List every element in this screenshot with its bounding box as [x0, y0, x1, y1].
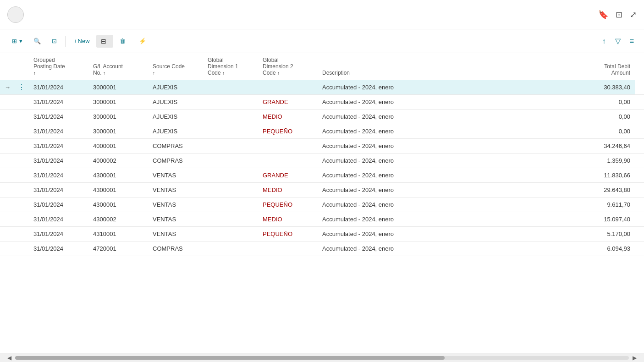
cell-dim2: PEQUEÑO	[258, 197, 318, 212]
cell-dim2	[258, 241, 318, 256]
cell-total-debit: 6.094,93	[571, 241, 635, 256]
cell-posting-date: 31/01/2024	[29, 212, 88, 227]
table-row[interactable]: 31/01/20244300001VENTASMEDIOAccumulated …	[0, 183, 644, 197]
cell-posting-date: 31/01/2024	[29, 168, 88, 183]
new-button[interactable]: + New	[69, 35, 94, 47]
lightning-icon: ⚡	[139, 38, 146, 44]
cell-source-code: VENTAS	[148, 227, 203, 241]
row-menu-cell	[15, 241, 29, 256]
table-row[interactable]: 31/01/20244310001VENTASPEQUEÑOAccumulate…	[0, 227, 644, 241]
cell-gl-account: 4000002	[88, 154, 148, 168]
sort-arrow-gl: ↑	[103, 71, 105, 76]
cell-source-code: AJUEXIS	[148, 80, 203, 95]
search-button[interactable]: 🔍	[29, 35, 45, 47]
cell-dim2: GRANDE	[258, 95, 318, 110]
row-arrow-indicator	[0, 124, 15, 139]
row-menu-cell	[15, 139, 29, 154]
cell-gl-account: 3000001	[88, 80, 148, 95]
edit-list-button[interactable]: ⊟	[96, 35, 113, 48]
cell-source-code: VENTAS	[148, 197, 203, 212]
cell-posting-date: 31/01/2024	[29, 183, 88, 197]
columns-button[interactable]: ≡	[627, 34, 637, 48]
view-toggle-button[interactable]: ⊞ ▾	[7, 35, 27, 47]
table-container: GroupedPosting Date↑ G/L AccountNo. ↑ So…	[0, 53, 644, 353]
cell-total-debit: 0,00	[571, 124, 635, 139]
cell-total-debit: 29.643,80	[571, 183, 635, 197]
trash-icon: 🗑	[120, 38, 126, 44]
col-posting-date[interactable]: GroupedPosting Date↑	[29, 53, 88, 80]
table-row[interactable]: 31/01/20244300001VENTASGRANDEAccumulated…	[0, 168, 644, 183]
col-source-code[interactable]: Source Code↑	[148, 53, 203, 80]
delete-button[interactable]: 🗑	[115, 35, 132, 47]
layout-button[interactable]: ⊡	[47, 35, 61, 47]
table-row[interactable]: 31/01/20244300001VENTASPEQUEÑOAccumulate…	[0, 197, 644, 212]
row-context-menu-button[interactable]: ⋮	[16, 82, 27, 93]
row-menu-cell	[15, 227, 29, 241]
plus-icon: +	[74, 38, 77, 44]
table-body: →⋮31/01/20243000001AJUEXISAccumulated - …	[0, 80, 644, 256]
edit-list-icon: ⊟	[101, 38, 106, 45]
data-table: GroupedPosting Date↑ G/L AccountNo. ↑ So…	[0, 53, 644, 256]
sort-arrow-src: ↑	[153, 71, 155, 76]
regenerate-button[interactable]: ⚡	[134, 35, 153, 47]
cell-source-code: COMPRAS	[148, 154, 203, 168]
table-row[interactable]: 31/01/20244300002VENTASMEDIOAccumulated …	[0, 212, 644, 227]
separator-1	[65, 36, 66, 47]
scroll-right-button[interactable]: ▶	[633, 355, 637, 361]
table-row[interactable]: 31/01/20244000002COMPRASAccumulated - 20…	[0, 154, 644, 168]
layout-icon: ⊡	[52, 38, 57, 44]
cell-posting-date: 31/01/2024	[29, 227, 88, 241]
row-arrow-indicator	[0, 95, 15, 110]
cell-total-debit: 0,00	[571, 110, 635, 124]
bookmark-icon[interactable]: 🔖	[598, 10, 608, 20]
expand-icon[interactable]: ⤢	[630, 10, 637, 20]
cell-total-debit: 15.097,40	[571, 212, 635, 227]
cell-posting-date: 31/01/2024	[29, 241, 88, 256]
external-link-icon[interactable]: ⊡	[616, 10, 622, 20]
table-row[interactable]: 31/01/20243000001AJUEXISMEDIOAccumulated…	[0, 110, 644, 124]
header: 🔖 ⊡ ⤢	[0, 0, 644, 29]
col-dim2[interactable]: GlobalDimension 2Code ↑	[258, 53, 318, 80]
cell-posting-date: 31/01/2024	[29, 139, 88, 154]
cell-description: Accumulated - 2024, enero	[318, 95, 571, 110]
row-arrow-indicator	[0, 154, 15, 168]
table-row[interactable]: 31/01/20243000001AJUEXISPEQUEÑOAccumulat…	[0, 124, 644, 139]
cell-dim1	[203, 80, 258, 95]
col-dim1[interactable]: GlobalDimension 1Code ↑	[203, 53, 258, 80]
cell-description: Accumulated - 2024, enero	[318, 212, 571, 227]
scroll-thumb[interactable]	[15, 356, 445, 360]
horizontal-scrollbar[interactable]: ◀ ▶	[0, 353, 644, 362]
share-button[interactable]: ↑	[600, 34, 609, 48]
cell-description: Accumulated - 2024, enero	[318, 139, 571, 154]
cell-posting-date: 31/01/2024	[29, 80, 88, 95]
table-row[interactable]: 31/01/20244000001COMPRASAccumulated - 20…	[0, 139, 644, 154]
row-arrow-indicator	[0, 183, 15, 197]
cell-dim2: MEDIO	[258, 183, 318, 197]
cell-dim1	[203, 168, 258, 183]
scroll-left-button[interactable]: ◀	[7, 355, 11, 361]
row-arrow-indicator	[0, 110, 15, 124]
cell-source-code: AJUEXIS	[148, 124, 203, 139]
cell-source-code: VENTAS	[148, 212, 203, 227]
filter-icon: ▽	[615, 37, 621, 45]
cell-posting-date: 31/01/2024	[29, 110, 88, 124]
cell-dim2: PEQUEÑO	[258, 124, 318, 139]
table-row[interactable]: 31/01/20243000001AJUEXISGRANDEAccumulate…	[0, 95, 644, 110]
cell-gl-account: 4300001	[88, 197, 148, 212]
back-button[interactable]	[7, 6, 24, 23]
table-row[interactable]: 31/01/20244720001COMPRASAccumulated - 20…	[0, 241, 644, 256]
col-gl-account[interactable]: G/L AccountNo. ↑	[88, 53, 148, 80]
cell-description: Accumulated - 2024, enero	[318, 183, 571, 197]
row-menu-cell	[15, 95, 29, 110]
filter-button[interactable]: ▽	[612, 34, 623, 48]
row-menu-cell: ⋮	[15, 80, 29, 95]
more-button[interactable]	[155, 38, 164, 44]
cell-dim2: MEDIO	[258, 212, 318, 227]
cell-total-debit: 30.383,40	[571, 80, 635, 95]
cell-total-debit: 0,00	[571, 95, 635, 110]
table-row[interactable]: →⋮31/01/20243000001AJUEXISAccumulated - …	[0, 80, 644, 95]
col-total-debit: Total DebitAmount	[571, 53, 635, 80]
cell-posting-date: 31/01/2024	[29, 154, 88, 168]
scroll-track[interactable]	[15, 356, 629, 360]
row-menu-cell	[15, 183, 29, 197]
